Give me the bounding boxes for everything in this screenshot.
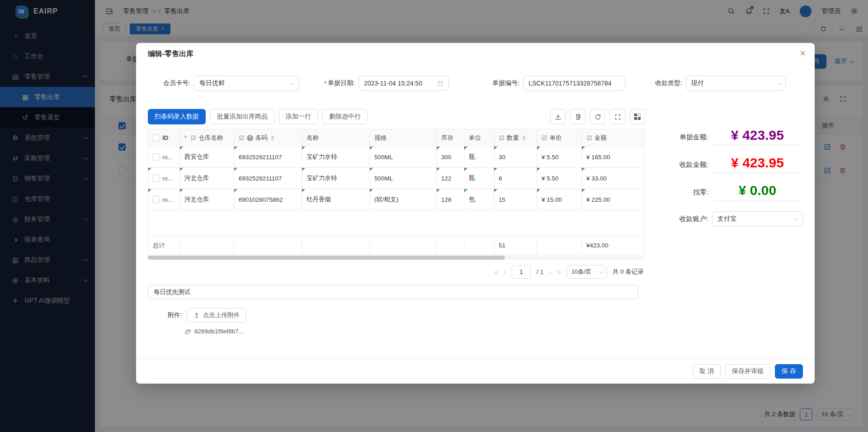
col-amount: 金额 bbox=[594, 134, 607, 142]
col-warehouse: 仓库名称 bbox=[198, 134, 223, 142]
attachment-file-link[interactable]: 8269db1f9ef8b7... bbox=[194, 328, 244, 335]
add-row-button[interactable]: 添加一行 bbox=[279, 109, 318, 124]
first-page-icon[interactable]: « bbox=[494, 268, 498, 275]
record-count-label: 共 0 条记录 bbox=[613, 268, 644, 276]
pay-type-label: 收款类型: bbox=[655, 79, 682, 87]
column-config-icon[interactable] bbox=[630, 109, 645, 124]
row-checkbox[interactable] bbox=[153, 153, 160, 161]
edit-cell-icon bbox=[239, 135, 245, 141]
table-header-row: ID *仓库名称 ?条码 名称 规格 库存 单位 数量 单价 金额 bbox=[148, 129, 644, 147]
refresh-icon[interactable] bbox=[590, 109, 605, 124]
page-of-label: / 1 bbox=[537, 268, 544, 275]
calendar-icon bbox=[437, 80, 443, 86]
save-button[interactable]: 保 存 bbox=[775, 364, 803, 379]
col-spec: 规格 bbox=[374, 134, 387, 141]
member-card-select[interactable]: 每日优鲜 bbox=[194, 76, 299, 91]
table-row: ro... 西安仓库 6932529211107 宝矿力水特 500ML 300… bbox=[148, 147, 644, 168]
modal-pagination: « ‹ 1 / 1 › » 10条/页 共 0 条记录 bbox=[148, 265, 644, 279]
save-and-audit-button[interactable]: 保存并审核 bbox=[725, 364, 770, 379]
attachment-file: 8269db1f9ef8b7... bbox=[148, 328, 645, 335]
edit-cell-icon bbox=[542, 135, 547, 141]
total-row: 总计 51 ¥423.00 bbox=[148, 237, 644, 255]
bill-date-input[interactable]: 2023-11-04 15:24:50 bbox=[359, 76, 449, 91]
change-amount-row: 找零: ¥ 0.00 bbox=[663, 180, 803, 200]
bill-number-field: 单据编号: LSCK1170175713328758784 bbox=[492, 76, 625, 91]
total-amount: ¥423.00 bbox=[582, 237, 644, 255]
received-amount-label: 收款金额: bbox=[663, 161, 708, 173]
member-card-label: 会员卡号: bbox=[163, 79, 190, 87]
bill-date-field: * 单据日期: 2023-11-04 15:24:50 bbox=[324, 76, 449, 91]
summary-panel: 单据金额: ¥ 423.95 收款金额: ¥ 423.95 找零: ¥ 0.00… bbox=[645, 109, 803, 335]
required-asterisk: * bbox=[184, 134, 187, 141]
scrollbar-thumb[interactable] bbox=[148, 256, 505, 260]
modal-title: 编辑-零售出库 bbox=[148, 49, 193, 59]
table-toolbar: 扫条码录入数据 批量添加出库商品 添加一行 删除选中行 bbox=[148, 109, 645, 124]
bill-form: 会员卡号: 每日优鲜 * 单据日期: 2023-11-04 15:24:50 单… bbox=[148, 76, 803, 91]
modal-header: 编辑-零售出库 × bbox=[136, 43, 815, 66]
edit-cell-icon bbox=[499, 135, 505, 141]
change-amount-label: 找零: bbox=[663, 188, 708, 200]
sort-icon[interactable] bbox=[522, 135, 526, 141]
help-icon[interactable]: ? bbox=[247, 135, 253, 141]
received-amount-value: ¥ 423.95 bbox=[712, 153, 803, 173]
sort-icon[interactable] bbox=[271, 135, 274, 141]
chevron-down-icon bbox=[794, 216, 799, 221]
account-select[interactable]: 支付宝 bbox=[712, 211, 803, 227]
chevron-down-icon bbox=[777, 81, 782, 85]
row-checkbox[interactable] bbox=[153, 175, 160, 182]
horizontal-scrollbar bbox=[148, 256, 644, 260]
table-row: ro... 河北仓库 6932529211107 宝矿力水特 500ML 122… bbox=[148, 168, 644, 189]
paperclip-icon bbox=[185, 328, 191, 335]
change-amount-value: ¥ 0.00 bbox=[712, 180, 803, 200]
total-label: 总计 bbox=[148, 237, 180, 255]
bill-amount-value: ¥ 423.95 bbox=[712, 125, 803, 145]
upload-attachment-button[interactable]: 点击上传附件 bbox=[187, 308, 246, 323]
pay-type-field: 收款类型: 现付 bbox=[655, 76, 786, 91]
empty-row bbox=[148, 210, 644, 237]
pay-type-select[interactable]: 现付 bbox=[686, 76, 786, 91]
bill-amount-row: 单据金额: ¥ 423.95 bbox=[663, 125, 803, 145]
items-table: ID *仓库名称 ?条码 名称 规格 库存 单位 数量 单价 金额 ro... … bbox=[148, 129, 644, 255]
batch-add-button[interactable]: 批量添加出库商品 bbox=[210, 109, 274, 124]
required-asterisk: * bbox=[324, 80, 326, 87]
print-icon[interactable] bbox=[570, 109, 585, 124]
col-unit: 单位 bbox=[469, 134, 481, 141]
expand-table-icon[interactable] bbox=[610, 109, 625, 124]
last-page-icon[interactable]: » bbox=[557, 268, 561, 275]
edit-retail-outbound-modal: 编辑-零售出库 × 会员卡号: 每日优鲜 * 单据日期: 2023-11-04 … bbox=[136, 43, 815, 384]
next-page-icon[interactable]: › bbox=[550, 268, 552, 275]
page-size-select[interactable]: 10条/页 bbox=[567, 265, 607, 279]
account-label: 收款账户: bbox=[663, 215, 708, 223]
modal-footer: 取 消 保存并审核 保 存 bbox=[136, 358, 815, 384]
bill-date-label: 单据日期: bbox=[328, 79, 355, 87]
edit-cell-icon bbox=[586, 135, 592, 141]
col-id: ID bbox=[162, 134, 169, 141]
scan-barcode-button[interactable]: 扫条码录入数据 bbox=[148, 109, 206, 124]
edit-cell-icon bbox=[190, 135, 196, 141]
bill-amount-label: 单据金额: bbox=[663, 133, 708, 145]
col-name: 名称 bbox=[307, 134, 319, 141]
col-qty: 数量 bbox=[507, 134, 519, 142]
col-stock: 库存 bbox=[441, 134, 453, 141]
prev-page-icon[interactable]: ‹ bbox=[504, 268, 506, 275]
chevron-down-icon bbox=[290, 81, 295, 85]
close-icon[interactable]: × bbox=[800, 48, 806, 58]
page-input[interactable]: 1 bbox=[512, 265, 531, 279]
table-row: ro... 河北仓库 6901028075862 牡丹香烟 (软/粗支) 128… bbox=[148, 189, 644, 210]
total-qty: 51 bbox=[494, 237, 537, 255]
select-all-checkbox[interactable] bbox=[153, 134, 160, 142]
received-amount-row: 收款金额: ¥ 423.95 bbox=[663, 153, 803, 173]
row-checkbox[interactable] bbox=[153, 196, 160, 203]
attachment-label: 附件: bbox=[168, 311, 182, 319]
download-icon[interactable] bbox=[550, 109, 566, 124]
remark-input[interactable]: 每日优先测试 bbox=[148, 285, 638, 299]
bill-number-input[interactable]: LSCK1170175713328758784 bbox=[523, 76, 625, 91]
member-card-field: 会员卡号: 每日优鲜 bbox=[163, 76, 299, 91]
bill-number-label: 单据编号: bbox=[492, 79, 519, 87]
cancel-button[interactable]: 取 消 bbox=[693, 364, 721, 379]
col-price: 单价 bbox=[550, 134, 562, 142]
account-row: 收款账户: 支付宝 bbox=[663, 211, 803, 227]
delete-selected-button[interactable]: 删除选中行 bbox=[322, 109, 368, 124]
attachment-row: 附件: 点击上传附件 bbox=[148, 308, 645, 323]
col-barcode: 条码 bbox=[255, 134, 268, 142]
